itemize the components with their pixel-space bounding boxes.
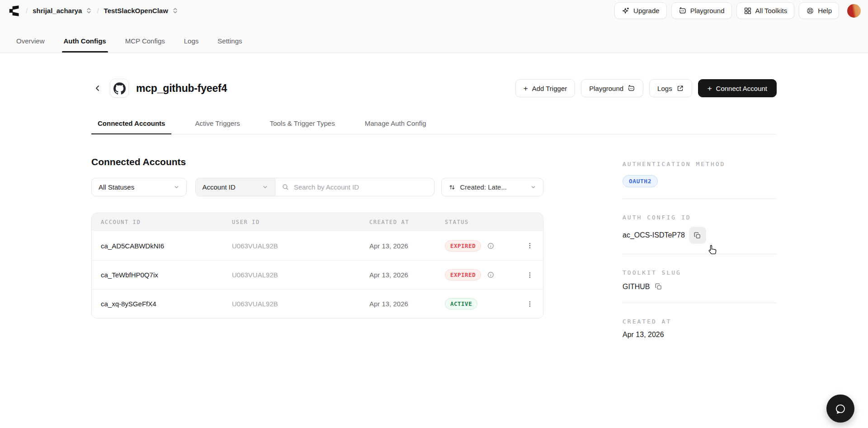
search-group: Account ID: [195, 178, 434, 196]
breadcrumb-org-switcher[interactable]: shrijal_acharya: [33, 7, 92, 14]
row-menu: [517, 269, 543, 281]
auth-method-label: AUTHENTICATION METHOD: [623, 161, 777, 167]
status-badge: EXPIRED: [445, 269, 481, 281]
tab-manage-auth-config[interactable]: Manage Auth Config: [359, 119, 433, 134]
account-id-cell: ca_xq-8ySGeFfX4: [92, 300, 232, 308]
chevron-down-icon: [174, 184, 179, 190]
main-content: mcp_github-fyeef4 + Add Trigger Playgrou…: [0, 79, 868, 339]
header-user-id: USER ID: [232, 219, 369, 225]
expand-icon: [172, 8, 178, 14]
breadcrumb-separator: /: [97, 7, 99, 14]
filters-row: All Statuses Account ID: [91, 178, 543, 196]
divider: [623, 199, 777, 199]
table-row: ca_AD5CABWDkNI6 U063VUAL92B Apr 13, 2026…: [92, 231, 543, 260]
playground-open-label: Playground: [589, 85, 623, 92]
page-header: mcp_github-fyeef4 + Add Trigger Playgrou…: [91, 79, 777, 98]
plus-icon: +: [524, 85, 528, 92]
lifebuoy-icon: [806, 7, 814, 15]
tab-connected-accounts[interactable]: Connected Accounts: [91, 119, 171, 134]
chevron-down-icon: [262, 184, 268, 190]
chat-bubble-icon: [835, 403, 847, 415]
table-header: ACCOUNT ID USER ID CREATED AT STATUS: [92, 213, 543, 231]
status-cell: EXPIRED: [445, 269, 517, 281]
sort-arrows-icon: [448, 184, 456, 191]
user-id-cell: U063VUAL92B: [232, 242, 369, 250]
topbar-row: / shrijal_acharya / TestSlackOpenClaw Up…: [7, 0, 861, 21]
upgrade-label: Upgrade: [633, 7, 660, 14]
playground-icon: [679, 7, 687, 15]
user-avatar[interactable]: [847, 4, 861, 18]
breadcrumb-separator: /: [26, 7, 28, 14]
upgrade-button[interactable]: Upgrade: [614, 2, 667, 19]
search-icon: [282, 183, 289, 191]
kebab-menu-icon[interactable]: [524, 269, 536, 281]
status-cell: EXPIRED: [445, 240, 517, 252]
playground-open-button[interactable]: Playground: [581, 79, 643, 97]
oauth2-badge: OAUTH2: [623, 175, 658, 187]
nav-item-mcp-configs[interactable]: MCP Configs: [124, 37, 166, 52]
account-id-cell: ca_TeWbfHP0Q7ix: [92, 271, 232, 279]
chat-widget-button[interactable]: [826, 395, 854, 423]
topbar: / shrijal_acharya / TestSlackOpenClaw Up…: [0, 0, 868, 53]
playground-button[interactable]: Playground: [671, 2, 732, 19]
help-label: Help: [818, 7, 832, 14]
all-toolkits-button[interactable]: All Toolkits: [736, 2, 795, 19]
search-field-value: Account ID: [203, 183, 236, 191]
user-id-cell: U063VUAL92B: [232, 300, 369, 308]
logs-open-button[interactable]: Logs: [649, 79, 692, 97]
status-badge: EXPIRED: [445, 240, 481, 252]
kebab-menu-icon[interactable]: [524, 239, 536, 252]
sparkle-icon: [622, 7, 630, 15]
nav-item-settings[interactable]: Settings: [217, 37, 243, 52]
details-sidebar: AUTHENTICATION METHOD OAUTH2 AUTH CONFIG…: [623, 134, 777, 339]
composio-logo-icon[interactable]: [7, 4, 21, 18]
toolkit-slug-label: TOOLKIT SLUG: [623, 269, 777, 276]
content-row: Connected Accounts All Statuses Account …: [91, 134, 777, 339]
connect-account-button[interactable]: + Connect Account: [698, 79, 777, 97]
logs-open-label: Logs: [657, 85, 672, 92]
row-menu: [517, 239, 543, 252]
nav-item-overview[interactable]: Overview: [15, 37, 46, 52]
grid-icon: [744, 7, 752, 15]
tab-tools-trigger-types[interactable]: Tools & Trigger Types: [264, 119, 341, 134]
add-trigger-button[interactable]: + Add Trigger: [515, 79, 575, 97]
nav-item-logs[interactable]: Logs: [183, 37, 200, 52]
toolkit-slug-value: GITHUB: [623, 283, 650, 291]
page-actions: + Add Trigger Playground Logs + Connect …: [515, 79, 777, 97]
search-input[interactable]: [294, 183, 428, 191]
kebab-menu-icon[interactable]: [524, 298, 536, 310]
copy-icon[interactable]: [654, 282, 663, 291]
created-at-value: Apr 13, 2026: [623, 331, 664, 339]
topbar-actions: Upgrade Playground All Toolkits Help: [614, 2, 861, 19]
status-filter-dropdown[interactable]: All Statuses: [91, 178, 187, 196]
info-icon[interactable]: [487, 242, 495, 250]
search-field-dropdown[interactable]: Account ID: [196, 178, 275, 196]
info-icon[interactable]: [487, 271, 495, 279]
header-created-at: CREATED AT: [369, 219, 445, 225]
created-at-cell: Apr 13, 2026: [369, 300, 445, 308]
account-id-cell: ca_AD5CABWDkNI6: [92, 242, 232, 250]
page-title: mcp_github-fyeef4: [136, 82, 227, 95]
auth-config-id-section: AUTH CONFIG ID ac_OCS-ISDTeP78: [623, 214, 777, 244]
sort-value: Created: Late...: [460, 183, 526, 191]
detail-tabs: Connected Accounts Active Triggers Tools…: [91, 119, 777, 134]
sort-dropdown[interactable]: Created: Late...: [441, 178, 543, 196]
toolkit-slug-section: TOOLKIT SLUG GITHUB: [623, 269, 777, 291]
row-menu: [517, 298, 543, 310]
nav-item-auth-configs[interactable]: Auth Configs: [63, 37, 107, 52]
header-status: STATUS: [445, 219, 517, 225]
external-link-icon: [676, 85, 684, 92]
help-button[interactable]: Help: [799, 2, 839, 19]
status-cell: ACTIVE: [445, 298, 517, 309]
copy-button[interactable]: [689, 227, 706, 244]
accounts-table: ACCOUNT ID USER ID CREATED AT STATUS ca_…: [91, 213, 543, 319]
created-at-cell: Apr 13, 2026: [369, 242, 445, 250]
section-title: Connected Accounts: [91, 157, 543, 167]
back-button[interactable]: [91, 82, 104, 95]
page-header-left: mcp_github-fyeef4: [91, 79, 227, 98]
github-icon: [110, 79, 129, 98]
created-at-label: CREATED AT: [623, 318, 777, 325]
status-filter-value: All Statuses: [99, 183, 134, 191]
tab-active-triggers[interactable]: Active Triggers: [189, 119, 246, 134]
breadcrumb-project-switcher[interactable]: TestSlackOpenClaw: [104, 7, 178, 14]
